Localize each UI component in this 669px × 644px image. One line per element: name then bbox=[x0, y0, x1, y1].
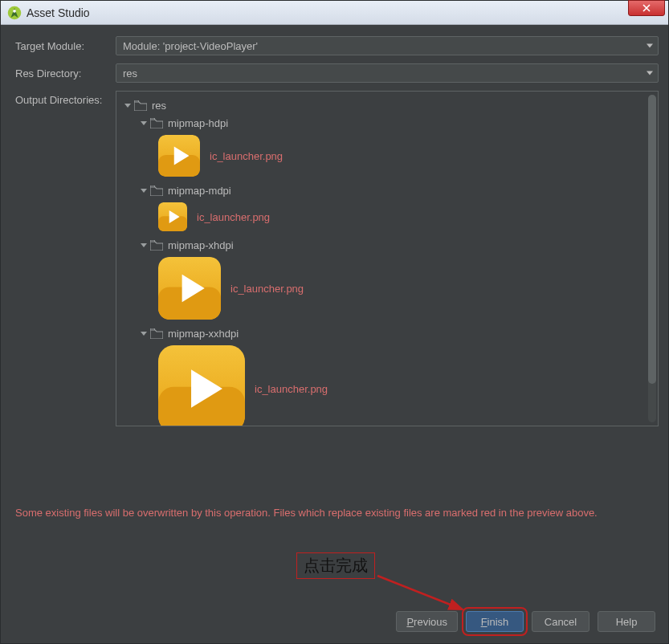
folder-icon bbox=[150, 328, 163, 339]
chevron-down-icon[interactable] bbox=[141, 189, 147, 193]
window-controls bbox=[628, 0, 665, 16]
target-module-combo[interactable]: Module: 'project-VideoPlayer' bbox=[116, 36, 659, 55]
tree-node-file[interactable]: ic_launcher.png bbox=[120, 135, 655, 177]
tree-node-file[interactable]: ic_launcher.png bbox=[120, 257, 655, 320]
launcher-preview-icon bbox=[158, 345, 245, 426]
annotation-label: 点击完成 bbox=[296, 552, 375, 579]
tree-node-folder[interactable]: mipmap-mdpi bbox=[120, 181, 655, 199]
tree-node-label: mipmap-xhdpi bbox=[168, 239, 234, 251]
tree-node-file[interactable]: ic_launcher.png bbox=[120, 345, 655, 426]
tree-node-label: mipmap-mdpi bbox=[168, 185, 231, 197]
chevron-down-icon bbox=[647, 71, 653, 75]
tree-node-label: mipmap-xxhdpi bbox=[168, 328, 239, 340]
res-directory-value: res bbox=[123, 67, 137, 79]
close-icon bbox=[642, 4, 651, 12]
tree-node-file[interactable]: ic_launcher.png bbox=[120, 202, 655, 231]
folder-icon bbox=[150, 185, 163, 196]
file-name: ic_launcher.png bbox=[210, 150, 283, 162]
res-directory-combo[interactable]: res bbox=[116, 63, 659, 83]
output-tree-panel[interactable]: res mipmap-hdpiic_launcher.pngmipmap-mdp… bbox=[116, 91, 659, 426]
chevron-down-icon[interactable] bbox=[124, 104, 131, 108]
tree-node-folder[interactable]: mipmap-hdpi bbox=[120, 114, 655, 132]
folder-icon bbox=[134, 100, 147, 111]
button-row: Previous Finish Cancel Help bbox=[1, 603, 668, 643]
annotation-arrow-icon bbox=[373, 571, 477, 619]
output-directories-label: Output Directories: bbox=[15, 91, 116, 106]
window-title: Asset Studio bbox=[27, 6, 90, 19]
android-studio-icon bbox=[7, 6, 22, 20]
file-name: ic_launcher.png bbox=[197, 211, 270, 223]
file-name: ic_launcher.png bbox=[230, 283, 304, 295]
tree-node-folder[interactable]: mipmap-xhdpi bbox=[120, 236, 655, 254]
tree-node-label: res bbox=[152, 100, 166, 112]
launcher-preview-icon bbox=[158, 135, 200, 177]
content-area: Target Module: Module: 'project-VideoPla… bbox=[1, 25, 668, 603]
folder-icon bbox=[150, 118, 163, 128]
tree-node-root[interactable]: res bbox=[120, 96, 655, 114]
cancel-button[interactable]: Cancel bbox=[532, 611, 589, 632]
chevron-down-icon[interactable] bbox=[141, 332, 147, 336]
asset-studio-window: Asset Studio Target Module: Module: 'pro… bbox=[0, 0, 669, 644]
chevron-down-icon[interactable] bbox=[141, 243, 147, 247]
output-directories-row: Output Directories: res mipmap-hdpiic_la… bbox=[15, 91, 659, 426]
launcher-preview-icon bbox=[158, 257, 221, 320]
target-module-row: Target Module: Module: 'project-VideoPla… bbox=[15, 36, 659, 55]
svg-point-1 bbox=[13, 9, 16, 12]
close-button[interactable] bbox=[628, 0, 665, 16]
tree-node-folder[interactable]: mipmap-xxhdpi bbox=[120, 324, 655, 342]
titlebar[interactable]: Asset Studio bbox=[1, 1, 668, 25]
scrollbar-thumb[interactable] bbox=[648, 95, 656, 384]
chevron-down-icon[interactable] bbox=[141, 121, 147, 125]
target-module-value: Module: 'project-VideoPlayer' bbox=[123, 40, 258, 52]
tree-node-label: mipmap-hdpi bbox=[168, 117, 228, 129]
launcher-preview-icon bbox=[158, 202, 187, 231]
file-name: ic_launcher.png bbox=[255, 383, 328, 395]
chevron-down-icon bbox=[647, 44, 653, 48]
target-module-label: Target Module: bbox=[15, 40, 116, 52]
scrollbar[interactable] bbox=[648, 95, 656, 422]
svg-line-10 bbox=[377, 576, 463, 609]
overwrite-warning: Some existing files will be overwritten … bbox=[15, 507, 659, 519]
res-directory-label: Res Directory: bbox=[15, 67, 116, 79]
help-button[interactable]: Help bbox=[598, 611, 655, 632]
res-directory-row: Res Directory: res bbox=[15, 63, 659, 83]
folder-icon bbox=[150, 240, 163, 251]
